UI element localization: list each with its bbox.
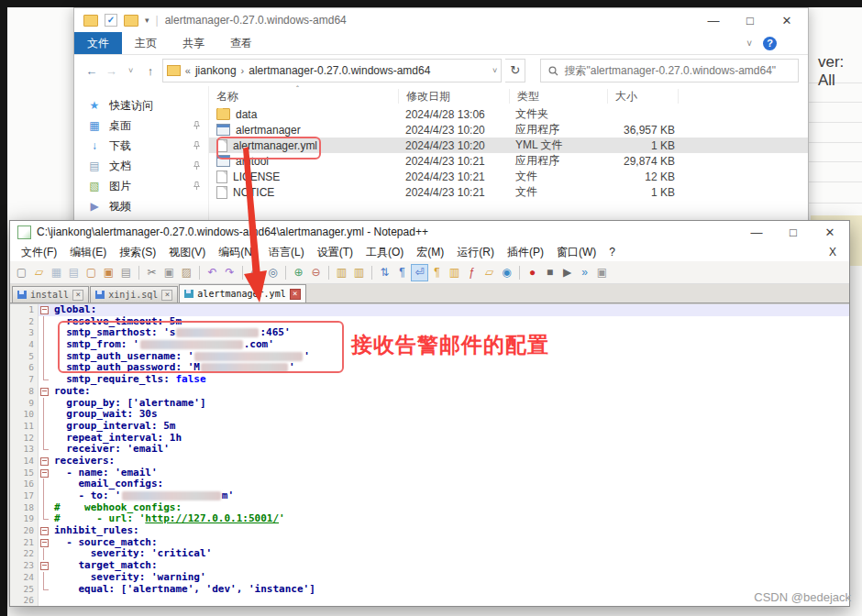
recent-locations-caret-icon[interactable]: ˅: [123, 66, 138, 75]
run-macro-multiple-icon[interactable]: »: [577, 265, 592, 280]
fold-toggle-icon[interactable]: [39, 456, 50, 468]
fold-toggle-icon[interactable]: [39, 386, 50, 398]
save-session-icon[interactable]: ▥: [351, 265, 367, 280]
fold-toggle-icon[interactable]: [39, 468, 50, 479]
close-button[interactable]: ✕: [780, 14, 793, 28]
play-macro-icon[interactable]: ▶: [559, 265, 575, 280]
fold-toggle-icon[interactable]: [39, 304, 50, 316]
minimize-button[interactable]: —: [707, 14, 720, 28]
search-input[interactable]: 搜索"alertmanager-0.27.0.windows-amd64": [540, 59, 799, 82]
fold-toggle-icon[interactable]: [39, 525, 50, 537]
print-icon[interactable]: ▤: [118, 265, 134, 280]
sidebar-item-video[interactable]: ▶视频: [74, 196, 208, 216]
fold-toggle-icon[interactable]: [39, 537, 50, 549]
save-file-icon[interactable]: ▦: [49, 265, 64, 280]
menu-item[interactable]: 编辑(E): [64, 243, 112, 262]
file-row[interactable]: LICENSE2024/4/23 10:21文件12 KB: [209, 169, 808, 184]
menu-item[interactable]: 设置(T): [312, 243, 359, 262]
replace-icon[interactable]: ◎: [265, 265, 281, 280]
help-icon[interactable]: ?: [763, 37, 777, 50]
breadcrumb-segment[interactable]: alertmanager-0.27.0.windows-amd64: [249, 64, 430, 77]
sidebar-item-picture[interactable]: ▧图片: [74, 176, 208, 196]
menu-item[interactable]: 文件(F): [16, 243, 62, 262]
word-wrap-icon[interactable]: ⏎: [412, 265, 427, 280]
cut-icon[interactable]: ✂: [144, 265, 160, 280]
refresh-icon[interactable]: ↻: [505, 59, 525, 82]
ribbon-expand-icon[interactable]: ˅: [746, 38, 752, 49]
indent-guide-icon[interactable]: ▥: [447, 265, 462, 280]
ribbon-tab[interactable]: 共享: [170, 32, 217, 54]
editor-tab[interactable]: xinji.sql×: [90, 286, 178, 302]
properties-check-icon[interactable]: ✓: [105, 14, 117, 27]
file-row[interactable]: data2024/4/28 13:06文件夹: [209, 106, 808, 122]
folder-as-workspace-icon[interactable]: ▱: [481, 265, 497, 280]
sidebar-item-desktop[interactable]: ▦桌面: [74, 116, 208, 136]
file-size-cell: 12 KB: [605, 170, 679, 183]
quick-access-toolbar-caret-icon[interactable]: ▾: [145, 16, 149, 25]
ribbon-tab[interactable]: 查看: [217, 32, 265, 54]
sync-vertical-scroll-icon[interactable]: ⇅: [377, 265, 392, 280]
sidebar-item-star[interactable]: ★快速访问: [74, 95, 208, 116]
fold-toggle-icon[interactable]: [39, 560, 50, 572]
save-macro-icon[interactable]: ▣: [594, 265, 610, 280]
menu-item[interactable]: 窗口(W): [551, 243, 602, 262]
address-dropdown-icon[interactable]: ˅: [492, 66, 497, 75]
file-name: data: [236, 108, 257, 121]
document-monitor-icon[interactable]: ◉: [499, 265, 514, 280]
menubar-close-icon[interactable]: X: [829, 246, 844, 258]
folder-icon[interactable]: [124, 15, 138, 27]
menu-item[interactable]: 搜索(S): [114, 243, 161, 262]
zoom-in-icon[interactable]: ⊕: [291, 265, 306, 280]
editor-tab[interactable]: install×: [12, 286, 89, 302]
back-icon[interactable]: ←: [83, 64, 99, 78]
tab-close-icon[interactable]: ×: [72, 290, 83, 301]
new-file-icon[interactable]: ▢: [14, 265, 29, 280]
file-row[interactable]: NOTICE2024/4/23 10:21文件1 KB: [209, 184, 808, 200]
paste-icon[interactable]: ▨: [179, 265, 194, 280]
tab-close-icon[interactable]: ×: [290, 289, 301, 300]
redo-icon[interactable]: ↷: [222, 265, 238, 280]
file-date-cell: 2024/4/28 13:06: [398, 108, 508, 121]
show-all-characters-icon[interactable]: ¶: [429, 265, 445, 280]
record-macro-icon[interactable]: ●: [525, 265, 540, 280]
tab-close-icon[interactable]: ×: [161, 290, 172, 301]
ribbon-tab[interactable]: 文件: [74, 32, 122, 54]
column-header[interactable]: 修改日期: [399, 89, 510, 104]
sidebar-item-download[interactable]: ↓下载: [74, 136, 208, 156]
editor-tab[interactable]: alertmanager.yml×: [179, 284, 305, 302]
close-file-icon[interactable]: ▢: [83, 265, 99, 280]
function-list-icon[interactable]: ƒ: [464, 265, 480, 280]
menu-item[interactable]: 工具(O): [360, 243, 409, 262]
column-header[interactable]: 大小: [608, 89, 679, 104]
save-all-icon[interactable]: ▤: [66, 265, 82, 280]
column-header[interactable]: 类型: [510, 89, 608, 104]
file-row[interactable]: alertmanager2024/4/23 10:20应用程序36,957 KB: [209, 122, 808, 138]
menu-item[interactable]: 插件(P): [502, 243, 549, 262]
maximize-button[interactable]: □: [744, 14, 757, 28]
maximize-button[interactable]: □: [787, 226, 800, 239]
address-box[interactable]: «jiankong›alertmanager-0.27.0.windows-am…: [162, 59, 502, 82]
menu-item[interactable]: 视图(V): [163, 243, 211, 262]
stop-macro-icon[interactable]: ■: [542, 265, 558, 280]
menu-item[interactable]: 语言(L): [263, 243, 310, 262]
breadcrumb-segment[interactable]: jiankong: [195, 64, 237, 77]
column-header[interactable]: 名称ˆ: [209, 89, 399, 104]
zoom-out-icon[interactable]: ⊖: [308, 265, 324, 280]
open-file-icon[interactable]: ▱: [31, 265, 47, 280]
close-all-icon[interactable]: ▣: [101, 265, 116, 280]
menu-item[interactable]: 编码(N): [213, 243, 261, 262]
up-icon[interactable]: ↑: [142, 64, 158, 78]
forward-icon[interactable]: →: [103, 64, 118, 78]
find-icon[interactable]: ◉: [248, 265, 263, 280]
ribbon-tab[interactable]: 主页: [122, 32, 170, 54]
menu-item[interactable]: 运行(R): [451, 243, 500, 262]
restore-last-session-icon[interactable]: ▥: [334, 265, 349, 280]
undo-icon[interactable]: ↶: [204, 265, 220, 280]
minimize-button[interactable]: —: [750, 226, 763, 239]
sync-horizontal-scroll-icon[interactable]: ¶: [394, 265, 410, 280]
copy-icon[interactable]: ▣: [161, 265, 177, 280]
menu-item[interactable]: 宏(M): [411, 243, 449, 262]
close-button[interactable]: ✕: [823, 226, 836, 239]
sidebar-item-document[interactable]: ▤文档: [74, 156, 208, 176]
menu-item[interactable]: ?: [603, 244, 621, 260]
